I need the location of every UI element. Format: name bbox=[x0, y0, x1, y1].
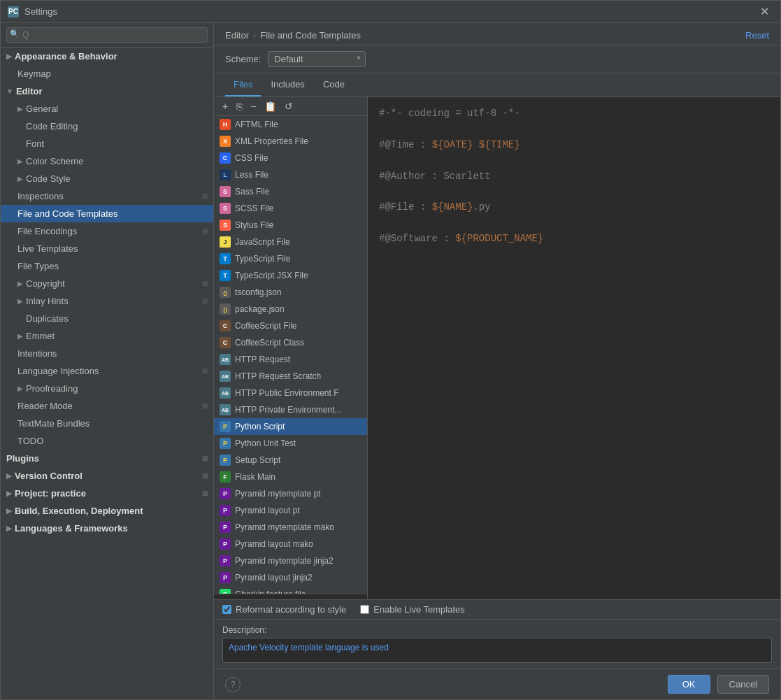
file-item[interactable]: X XML Properties File bbox=[214, 133, 367, 150]
file-item[interactable]: T TypeScript File bbox=[214, 250, 367, 267]
file-item[interactable]: AB HTTP Private Environment... bbox=[214, 401, 367, 418]
file-item-label: Pyramid layout pt bbox=[235, 506, 300, 515]
clipboard-button[interactable]: 📋 bbox=[261, 100, 279, 113]
remove-template-button[interactable]: − bbox=[248, 100, 259, 113]
sidebar-item-duplicates[interactable]: Duplicates bbox=[1, 310, 213, 327]
code-line-5: #@Software : ${PRODUCT_NAME} bbox=[379, 231, 769, 246]
titlebar: PC Settings ✕ bbox=[1, 1, 780, 23]
sidebar-item-file-code-templates[interactable]: File and Code Templates bbox=[1, 205, 213, 222]
file-item[interactable]: J JavaScript File bbox=[214, 234, 367, 250]
code-editor-panel: #-*- codeing = utf-8 -*- #@Time : ${DATE… bbox=[368, 97, 780, 599]
file-item[interactable]: AB HTTP Request Scratch bbox=[214, 368, 367, 385]
file-item-label: HTTP Private Environment... bbox=[235, 405, 342, 415]
file-icon-http4: AB bbox=[220, 404, 231, 415]
file-list-scrollbar[interactable] bbox=[214, 594, 367, 599]
file-icon-scss: S bbox=[220, 203, 231, 214]
settings-window: PC Settings ✕ ▶ Appearance & Behavior Ke… bbox=[0, 0, 781, 700]
add-template-button[interactable]: + bbox=[220, 100, 231, 113]
panel-header: Editor › File and Code Templates Reset bbox=[214, 23, 780, 45]
sidebar-item-live-templates[interactable]: Live Templates bbox=[1, 240, 213, 257]
sidebar-item-keymap[interactable]: Keymap bbox=[1, 65, 213, 83]
file-item[interactable]: P Setup Script bbox=[214, 452, 367, 469]
expand-icon-color: ▶ bbox=[17, 157, 23, 165]
copy-template-button[interactable]: ⎘ bbox=[234, 100, 245, 113]
file-item[interactable]: {} tsconfig.json bbox=[214, 284, 367, 301]
close-button[interactable]: ✕ bbox=[756, 3, 773, 20]
tab-code[interactable]: Code bbox=[315, 73, 353, 97]
file-item[interactable]: AB HTTP Request bbox=[214, 351, 367, 368]
sidebar-item-intentions[interactable]: Intentions bbox=[1, 345, 213, 362]
file-item[interactable]: P Pyramid layout jinja2 bbox=[214, 569, 367, 586]
file-item[interactable]: P Python Unit Test bbox=[214, 435, 367, 452]
file-item[interactable]: AB HTTP Public Environment F bbox=[214, 385, 367, 401]
sidebar-item-appearance[interactable]: ▶ Appearance & Behavior bbox=[1, 48, 213, 65]
live-templates-checkbox[interactable] bbox=[360, 605, 369, 614]
file-icon-less: L bbox=[220, 169, 231, 180]
file-item-python-script[interactable]: P Python Script bbox=[214, 418, 367, 435]
file-item-label: Pyramid mytemplate jinja2 bbox=[235, 556, 334, 566]
file-item[interactable]: P Pyramid layout mako bbox=[214, 536, 367, 552]
file-item[interactable]: P Pyramid layout pt bbox=[214, 502, 367, 519]
sidebar-item-copyright[interactable]: ▶ Copyright ⊞ bbox=[1, 275, 213, 292]
file-icon-gherkin: G bbox=[220, 589, 231, 594]
file-item[interactable]: C CoffeeScript Class bbox=[214, 334, 367, 351]
reformat-checkbox[interactable] bbox=[222, 605, 231, 614]
file-item[interactable]: L Less File bbox=[214, 166, 367, 183]
sidebar-item-inlay-hints[interactable]: ▶ Inlay Hints ⊞ bbox=[1, 292, 213, 310]
sidebar-item-color-scheme[interactable]: ▶ Color Scheme bbox=[1, 152, 213, 170]
main-content: ▶ Appearance & Behavior Keymap ▼ Editor … bbox=[1, 23, 780, 699]
sidebar-item-inspections[interactable]: Inspections ⊞ bbox=[1, 187, 213, 205]
help-button[interactable]: ? bbox=[225, 677, 241, 692]
code-editor[interactable]: #-*- codeing = utf-8 -*- #@Time : ${DATE… bbox=[368, 97, 780, 599]
tab-includes[interactable]: Includes bbox=[262, 73, 313, 97]
file-item-label: XML Properties File bbox=[235, 136, 308, 146]
sidebar-item-proofreading[interactable]: ▶ Proofreading bbox=[1, 380, 213, 397]
sidebar-item-project[interactable]: ▶ Project: practice ⊞ bbox=[1, 485, 213, 502]
ok-button[interactable]: OK bbox=[668, 675, 710, 694]
sidebar-item-code-style[interactable]: ▶ Code Style bbox=[1, 170, 213, 187]
file-item[interactable]: T TypeScript JSX File bbox=[214, 267, 367, 284]
sidebar-item-general[interactable]: ▶ General bbox=[1, 100, 213, 117]
file-item-label: CoffeeScript File bbox=[235, 321, 296, 331]
file-list-toolbar: + ⎘ − 📋 ↺ bbox=[214, 97, 367, 116]
code-line-blank3 bbox=[379, 184, 769, 199]
reset-template-button[interactable]: ↺ bbox=[282, 100, 296, 113]
search-wrapper bbox=[6, 27, 208, 43]
sidebar-item-language-injections[interactable]: Language Injections ⊞ bbox=[1, 362, 213, 380]
sidebar-item-version-control[interactable]: ▶ Version Control ⊞ bbox=[1, 467, 213, 485]
sidebar-item-plugins[interactable]: Plugins ⊞ bbox=[1, 450, 213, 467]
scheme-select[interactable]: Default Project bbox=[268, 51, 366, 67]
sidebar-item-reader-mode[interactable]: Reader Mode ⊞ bbox=[1, 397, 213, 415]
sidebar-item-file-encodings[interactable]: File Encodings ⊞ bbox=[1, 222, 213, 240]
sidebar-item-textmate-bundles[interactable]: TextMate Bundles bbox=[1, 415, 213, 432]
file-item[interactable]: F Flask Main bbox=[214, 469, 367, 485]
cancel-button[interactable]: Cancel bbox=[717, 675, 769, 694]
sidebar-item-build[interactable]: ▶ Build, Execution, Deployment bbox=[1, 502, 213, 520]
file-item[interactable]: S Stylus File bbox=[214, 217, 367, 234]
file-item[interactable]: C CSS File bbox=[214, 150, 367, 166]
sidebar-item-code-editing[interactable]: Code Editing bbox=[1, 117, 213, 135]
file-icon-pyramid1: P bbox=[220, 488, 231, 499]
sidebar-item-font[interactable]: Font bbox=[1, 135, 213, 152]
file-item[interactable]: P Pyramid mytemplate mako bbox=[214, 519, 367, 536]
file-list-panel: + ⎘ − 📋 ↺ H AFTML File X bbox=[214, 97, 368, 599]
sidebar-item-file-types[interactable]: File Types bbox=[1, 257, 213, 275]
file-item[interactable]: {} package.json bbox=[214, 301, 367, 317]
file-item[interactable]: G Gherkin feature file bbox=[214, 586, 367, 594]
file-item[interactable]: H AFTML File bbox=[214, 116, 367, 133]
tab-files[interactable]: Files bbox=[225, 73, 261, 97]
file-item[interactable]: C CoffeeScript File bbox=[214, 317, 367, 334]
file-item[interactable]: S SCSS File bbox=[214, 200, 367, 217]
file-item[interactable]: P Pyramid mytemplate jinja2 bbox=[214, 552, 367, 569]
reset-button[interactable]: Reset bbox=[745, 30, 769, 41]
sidebar-item-emmet[interactable]: ▶ Emmet bbox=[1, 327, 213, 345]
sidebar-item-languages[interactable]: ▶ Languages & Frameworks bbox=[1, 520, 213, 537]
expand-icon-lang: ▶ bbox=[6, 524, 12, 532]
sidebar-item-editor[interactable]: ▼ Editor bbox=[1, 83, 213, 100]
expand-icon-proj: ▶ bbox=[6, 490, 12, 497]
expand-icon-copyright: ▶ bbox=[17, 280, 23, 287]
file-item[interactable]: S Sass File bbox=[214, 183, 367, 200]
search-input[interactable] bbox=[6, 27, 208, 43]
sidebar-item-todo[interactable]: TODO bbox=[1, 432, 213, 450]
file-item[interactable]: P Pyramid mytemplate pt bbox=[214, 485, 367, 502]
